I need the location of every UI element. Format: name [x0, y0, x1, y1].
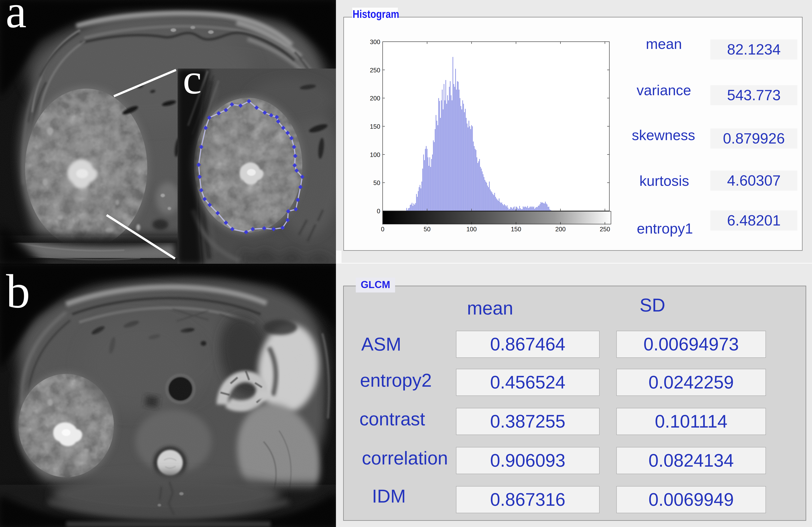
svg-text:250: 250 [370, 67, 380, 74]
svg-text:c: c [183, 69, 202, 103]
svg-text:0: 0 [377, 208, 380, 215]
svg-text:300: 300 [370, 39, 380, 45]
svg-text:100: 100 [466, 226, 477, 233]
svg-text:200: 200 [370, 95, 380, 102]
svg-text:a: a [5, 0, 27, 38]
svg-text:50: 50 [424, 226, 431, 233]
svg-text:150: 150 [511, 226, 521, 233]
svg-text:0: 0 [381, 226, 384, 233]
svg-text:b: b [6, 265, 30, 318]
svg-text:150: 150 [370, 123, 380, 130]
svg-text:50: 50 [374, 179, 380, 187]
svg-text:200: 200 [555, 226, 566, 233]
svg-text:100: 100 [370, 151, 380, 158]
